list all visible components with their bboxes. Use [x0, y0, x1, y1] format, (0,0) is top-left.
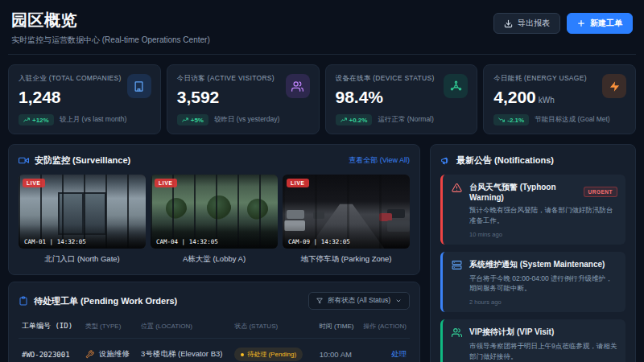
page-header: 园区概览 实时监控与运营数据中心 (Real-time Operations C…	[8, 6, 636, 55]
trend-badge: -2.1%	[493, 114, 529, 125]
right-column: 最新公告 (Notifications) 台风天气预警 (Typhoon War…	[430, 144, 636, 362]
download-icon	[504, 19, 513, 28]
column-header-type: 类型 (TYPE)	[82, 318, 138, 339]
trend-note: 较上月 (vs last month)	[60, 115, 127, 125]
stat-trend-row: -2.1% 节能目标达成 (Goal Met)	[493, 114, 625, 125]
trend-note: 较昨日 (vs yesterday)	[214, 115, 279, 125]
notifications-header: 最新公告 (Notifications)	[440, 154, 625, 167]
warning-icon	[452, 183, 462, 238]
table-header-row: 工单编号 (ID) 类型 (TYPE) 位置 (LOCATION) 状态 (ST…	[19, 318, 410, 339]
dashboard-page: 园区概览 实时监控与运营数据中心 (Real-time Operations C…	[0, 0, 644, 362]
notifications-title-row: 最新公告 (Notifications)	[440, 154, 554, 167]
stat-card-visitors: 今日访客 (ACTIVE VISITORS) 3,592 +5% 较昨日 (vs…	[167, 64, 320, 134]
megaphone-icon	[440, 155, 451, 166]
work-orders-title-row: 待处理工单 (Pending Work Orders)	[19, 295, 177, 307]
status-filter-label: 所有状态 (All Status)	[328, 296, 390, 306]
notification-time: 10 mins ago	[469, 231, 617, 238]
work-orders-table: 工单编号 (ID) 类型 (TYPE) 位置 (LOCATION) 状态 (ST…	[19, 318, 410, 362]
building-icon	[127, 74, 151, 98]
notification-body: 平台将于今晚 02:00-04:00 进行例行升级维护，期间服务可能中断。	[469, 274, 617, 294]
camera-id-timestamp: CAM-01 | 14:32:05	[24, 238, 86, 245]
notifications-panel: 最新公告 (Notifications) 台风天气预警 (Typhoon War…	[430, 144, 636, 362]
column-header-status: 状态 (STATUS)	[231, 318, 316, 339]
camera-tile-north-gate[interactable]: LIVE CAM-01 | 14:32:05 北门入口 (North Gate)	[19, 175, 146, 265]
stat-trend-row: +5% 较昨日 (vs yesterday)	[177, 114, 309, 125]
camera-caption: A栋大堂 (Lobby A)	[151, 254, 278, 265]
network-icon	[444, 74, 468, 98]
live-badge: LIVE	[155, 179, 177, 187]
bolt-icon	[602, 74, 626, 98]
notification-body: 市领导考察团将于明日上午9点莅临参观，请相关部门做好接待。	[469, 341, 617, 362]
notification-title: 系统维护通知 (System Maintenance)	[469, 259, 605, 270]
table-row: #WO-2023001 设施维修 3号楼电梯 (Elevator B3)	[19, 339, 410, 362]
order-time: 10:00 AM	[316, 339, 360, 362]
notifications-title: 最新公告 (Notifications)	[456, 154, 554, 167]
trend-badge: +0.2%	[336, 114, 373, 125]
live-badge: LIVE	[287, 179, 309, 187]
camera-id-timestamp: CAM-04 | 14:32:05	[156, 238, 218, 245]
work-orders-panel: 待处理工单 (Pending Work Orders) 所有状态 (All St…	[8, 282, 420, 362]
stat-card-devices: 设备在线率 (DEVICE STATUS) 98.4% +0.2% 运行正常 (…	[325, 64, 478, 134]
urgent-badge: URGENT	[584, 187, 617, 197]
clipboard-icon	[19, 296, 28, 306]
order-type: 设施维修	[99, 349, 130, 360]
notification-content: VIP接待计划 (VIP Visit) 市领导考察团将于明日上午9点莅临参观，请…	[469, 327, 617, 362]
notification-title: 台风天气预警 (Typhoon Warning)	[469, 182, 577, 202]
trend-down-icon	[498, 117, 505, 123]
notification-system-maintenance[interactable]: 系统维护通知 (System Maintenance) 平台将于今晚 02:00…	[440, 252, 625, 313]
camera-feed: LIVE CAM-01 | 14:32:05	[19, 175, 146, 249]
notification-body: 预计今晚有强台风登陆，请各部门做好防汛防台准备工作。	[469, 205, 617, 226]
chevron-down-icon	[395, 298, 402, 304]
trend-note: 运行正常 (Normal)	[378, 115, 433, 125]
header-titles: 园区概览 实时监控与运营数据中心 (Real-time Operations C…	[11, 10, 210, 46]
camera-feed: LIVE CAM-09 | 14:32:05	[283, 175, 410, 249]
trend-note: 节能目标达成 (Goal Met)	[535, 115, 610, 125]
work-orders-title: 待处理工单 (Pending Work Orders)	[34, 295, 177, 307]
live-badge: LIVE	[23, 179, 45, 187]
stat-unit: kWh	[539, 96, 555, 105]
camera-tile-lobby-a[interactable]: LIVE CAM-04 | 14:32:05 A栋大堂 (Lobby A)	[151, 175, 278, 265]
stats-row: 入驻企业 (TOTAL COMPANIES) 1,248 +12% 较上月 (v…	[8, 64, 636, 134]
camera-id-timestamp: CAM-09 | 14:32:05	[288, 238, 350, 245]
notification-typhoon-warning[interactable]: 台风天气预警 (Typhoon Warning) URGENT 预计今晚有强台风…	[440, 175, 625, 245]
trend-badge: +5%	[177, 114, 208, 125]
left-column: 安防监控 (Surveillance) 查看全部 (View All) LIVE…	[8, 144, 420, 362]
column-header-action: 操作 (ACTION)	[360, 318, 410, 339]
camera-caption: 北门入口 (North Gate)	[19, 254, 146, 265]
trend-badge: +12%	[19, 114, 54, 125]
column-header-id: 工单编号 (ID)	[19, 318, 82, 339]
notification-title: VIP接待计划 (VIP Visit)	[469, 327, 554, 338]
plus-icon	[577, 19, 585, 27]
work-orders-header: 待处理工单 (Pending Work Orders) 所有状态 (All St…	[19, 292, 410, 310]
notification-vip-visit[interactable]: VIP接待计划 (VIP Visit) 市领导考察团将于明日上午9点莅临参观，请…	[440, 319, 625, 362]
order-action-link[interactable]: 处理	[391, 349, 407, 358]
export-report-button[interactable]: 导出报表	[493, 13, 560, 34]
column-header-location: 位置 (LOCATION)	[138, 318, 231, 339]
surveillance-title: 安防监控 (Surveillance)	[35, 154, 130, 167]
trend-up-icon	[23, 117, 30, 123]
status-badge: 待处理 (Pending)	[234, 348, 303, 361]
stat-card-companies: 入驻企业 (TOTAL COMPANIES) 1,248 +12% 较上月 (v…	[8, 64, 161, 134]
status-filter-dropdown[interactable]: 所有状态 (All Status)	[308, 292, 410, 310]
trend-up-icon	[182, 117, 188, 123]
notification-content: 系统维护通知 (System Maintenance) 平台将于今晚 02:00…	[469, 259, 617, 306]
export-report-label: 导出报表	[518, 18, 550, 29]
notification-content: 台风天气预警 (Typhoon Warning) URGENT 预计今晚有强台风…	[469, 182, 617, 238]
surveillance-header: 安防监控 (Surveillance) 查看全部 (View All)	[19, 154, 410, 167]
camera-tile-parking[interactable]: LIVE CAM-09 | 14:32:05 地下停车场 (Parking Zo…	[283, 175, 410, 265]
new-work-order-button[interactable]: 新建工单	[567, 13, 633, 34]
column-header-time: 时间 (TIME)	[316, 318, 360, 339]
visitors-icon	[286, 74, 310, 98]
notification-time: 2 hours ago	[469, 298, 617, 306]
stat-trend-row: +0.2% 运行正常 (Normal)	[336, 114, 468, 125]
trend-up-icon	[341, 117, 347, 123]
new-work-order-label: 新建工单	[590, 18, 622, 29]
camera-icon	[19, 155, 29, 166]
filter-icon	[316, 298, 323, 304]
page-subtitle: 实时监控与运营数据中心 (Real-time Operations Center…	[11, 35, 210, 46]
view-all-link[interactable]: 查看全部 (View All)	[349, 155, 410, 166]
stat-trend-row: +12% 较上月 (vs last month)	[19, 114, 151, 125]
camera-grid: LIVE CAM-01 | 14:32:05 北门入口 (North Gate)	[19, 175, 410, 265]
main-content: 安防监控 (Surveillance) 查看全部 (View All) LIVE…	[8, 144, 636, 362]
order-location: 3号楼电梯 (Elevator B3)	[138, 339, 231, 362]
